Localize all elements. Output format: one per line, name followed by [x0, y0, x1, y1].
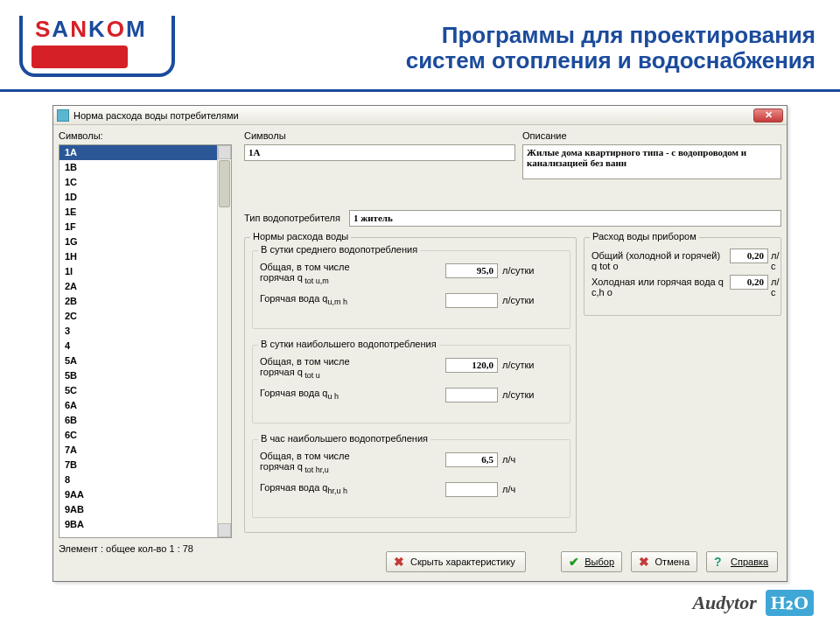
logo-red-bar	[32, 46, 128, 68]
list-item[interactable]: 1E	[60, 205, 231, 220]
list-item[interactable]: 1G	[60, 234, 231, 249]
label-consumer-type: Тип водопотребителя	[244, 213, 340, 223]
list-item[interactable]: 5B	[60, 368, 231, 383]
unit-maxday-hot: л/сутки	[502, 389, 534, 400]
subgroup-avg-title: В сутки среднего водопотребления	[258, 244, 420, 255]
subgroup-max-hour: В час наибольшего водопотребления Общая,…	[252, 439, 570, 518]
group-norms: Нормы расхода воды В сутки среднего водо…	[244, 237, 577, 533]
subgroup-maxhour-title: В час наибольшего водопотребления	[258, 433, 430, 444]
list-item[interactable]: 5A	[60, 354, 231, 368]
list-item[interactable]: 5C	[60, 383, 231, 398]
lbl-device-total: Общий (холодной и горячей) q tot o	[592, 250, 723, 271]
list-item[interactable]: 1H	[60, 249, 231, 264]
list-item[interactable]: 2C	[60, 309, 231, 324]
lbl-maxhour-hot: Горячая вода qhr,u h	[260, 482, 374, 496]
input-maxhour-hot[interactable]	[445, 482, 498, 497]
cross-icon: ✖	[394, 556, 406, 568]
label-description: Описание	[522, 130, 567, 141]
list-item[interactable]: 9AA	[60, 487, 231, 502]
dialog-body: Символы: Символы Описание 1A1B1C1D1E1F1G…	[53, 125, 787, 581]
window-title: Норма расхода воды потребителями	[74, 110, 753, 121]
scrollbar[interactable]	[217, 145, 231, 537]
list-item[interactable]: 1C	[60, 175, 231, 190]
button-bar: ✖ Скрыть характеристику ✔ Выбор ✖ Отмена…	[53, 551, 787, 576]
input-maxday-hot[interactable]	[445, 388, 498, 402]
lbl-device-cold: Холодная или горячая вода q c,h o	[592, 276, 728, 298]
list-item[interactable]: 9AB	[60, 502, 231, 517]
list-item[interactable]: 1F	[60, 220, 231, 234]
list-item[interactable]: 1D	[60, 190, 231, 205]
help-button[interactable]: ? Справка	[706, 551, 778, 572]
check-icon: ✔	[569, 556, 580, 568]
h2o-icon: H₂O	[766, 590, 814, 616]
choose-button[interactable]: ✔ Выбор	[561, 551, 622, 572]
dialog-window: Норма расхода воды потребителями ✕ Симво…	[52, 105, 788, 582]
subgroup-max-day: В сутки наибольшего водопотребления Обща…	[252, 345, 570, 424]
unit-device-total: л/с	[771, 250, 780, 271]
input-maxday-total[interactable]: 120,0	[445, 358, 498, 373]
group-device: Расход воды прибором Общий (холодной и г…	[584, 237, 781, 316]
list-item[interactable]: 2B	[60, 294, 231, 309]
titlebar[interactable]: Норма расхода воды потребителями ✕	[53, 106, 787, 125]
list-item[interactable]: 2A	[60, 279, 231, 294]
scroll-down[interactable]	[218, 523, 231, 537]
list-item[interactable]: 7A	[60, 443, 231, 458]
list-item[interactable]: 6B	[60, 413, 231, 428]
symbol-input[interactable]: 1A	[244, 144, 515, 161]
unit-maxhour-hot: л/ч	[502, 484, 515, 494]
watermark: AudytorH₂O	[692, 590, 814, 616]
consumer-type-input[interactable]: 1 житель	[349, 210, 781, 227]
label-symbols-left: Символы:	[59, 130, 103, 141]
input-device-cold[interactable]: 0,20	[730, 275, 768, 290]
scroll-up[interactable]	[218, 145, 231, 159]
subgroup-maxday-title: В сутки наибольшего водопотребления	[258, 339, 439, 349]
list-item[interactable]: 6A	[60, 398, 231, 413]
scroll-thumb[interactable]	[219, 160, 230, 207]
description-box: Жилые дома квартирного типа - с водопров…	[522, 144, 781, 179]
list-item[interactable]: 1I	[60, 264, 231, 279]
input-avg-total[interactable]: 95,0	[445, 263, 498, 278]
group-device-title: Расход воды прибором	[590, 231, 699, 242]
logo-frame: SANKOM	[19, 16, 175, 77]
list-item[interactable]: 9BA	[60, 517, 231, 532]
lbl-maxhour-total: Общая, в том числе горячая q tot hr,u	[260, 451, 374, 475]
unit-avg-hot: л/сутки	[502, 295, 534, 305]
list-item[interactable]: 8	[60, 472, 231, 487]
page-header: SANKOM Программы для проектирования сист…	[0, 0, 840, 92]
list-item[interactable]: 4	[60, 339, 231, 354]
input-avg-hot[interactable]	[445, 293, 498, 308]
subgroup-avg-day: В сутки среднего водопотребления Общая, …	[252, 250, 570, 329]
logo-text: SANKOM	[35, 18, 147, 40]
cancel-button[interactable]: ✖ Отмена	[631, 551, 697, 572]
close-button[interactable]: ✕	[753, 108, 783, 122]
unit-maxday-total: л/сутки	[502, 360, 534, 370]
page-title: Программы для проектирования систем отоп…	[406, 23, 816, 73]
list-item[interactable]: 1A	[60, 145, 231, 160]
symbols-listbox[interactable]: 1A1B1C1D1E1F1G1H1I2A2B2C345A5B5C6A6B6C7A…	[59, 144, 232, 538]
label-symbols-mid: Символы	[244, 130, 286, 141]
lbl-avg-hot: Горячая вода qu,m h	[260, 293, 374, 307]
list-item[interactable]: 7B	[60, 458, 231, 472]
lbl-maxday-total: Общая, в том числе горячая q tot u	[260, 356, 374, 381]
list-item[interactable]: 1B	[60, 160, 231, 175]
lbl-avg-total: Общая, в том числе горячая q tot u,m	[260, 262, 374, 286]
input-device-total[interactable]: 0,20	[730, 248, 768, 263]
x-icon: ✖	[639, 556, 651, 568]
hide-characteristic-button[interactable]: ✖ Скрыть характеристику	[386, 551, 526, 572]
unit-maxhour-total: л/ч	[502, 454, 515, 465]
window-icon	[57, 109, 69, 122]
input-maxhour-total[interactable]: 6,5	[445, 452, 498, 467]
list-item[interactable]: 3	[60, 324, 231, 339]
list-item[interactable]: 6C	[60, 428, 231, 443]
question-icon: ?	[714, 556, 726, 568]
lbl-maxday-hot: Горячая вода qu h	[260, 388, 374, 402]
unit-device-cold: л/с	[771, 276, 780, 298]
group-norms-title: Нормы расхода воды	[250, 231, 351, 242]
unit-avg-total: л/сутки	[502, 265, 534, 276]
